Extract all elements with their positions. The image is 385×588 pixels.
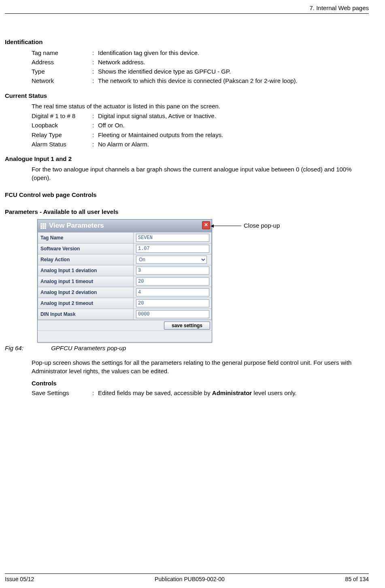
param-input[interactable] <box>136 310 209 318</box>
current-status-intro: The real time status of the actuator is … <box>32 102 369 110</box>
param-value-cell <box>133 309 211 320</box>
figure-caption-text: GPFCU Parameters pop-up <box>51 345 126 351</box>
param-value-cell <box>133 233 211 243</box>
current-status-heading: Current Status <box>5 92 369 100</box>
svg-rect-6 <box>40 227 42 229</box>
grid-icon <box>40 223 47 229</box>
table-row: Tag Name <box>38 233 212 243</box>
figure-popup-area: View Parameters ✕ Tag NameSoftware Versi… <box>37 219 369 343</box>
colon: : <box>92 58 98 66</box>
svg-rect-1 <box>43 223 44 225</box>
def-term: Type <box>32 68 92 76</box>
def-row: Save Settings : Edited fields may be sav… <box>32 389 369 397</box>
def-desc: Off or On. <box>98 121 369 129</box>
param-input[interactable] <box>136 299 209 307</box>
table-row: DIN Input Mask <box>38 309 212 320</box>
def-term: Loopback <box>32 121 92 129</box>
analogue-text: For the two analogue input channels a ba… <box>32 165 369 182</box>
controls-heading: Controls <box>32 379 369 387</box>
table-row: Analog input 1 timeout <box>38 276 212 287</box>
colon: : <box>92 389 98 397</box>
controls-subsection: Controls Save Settings : Edited fields m… <box>32 379 369 398</box>
popup-titlebar: View Parameters ✕ <box>38 220 212 232</box>
def-row: Loopback : Off or On. <box>32 121 369 129</box>
def-desc: Network address. <box>98 58 369 66</box>
def-row: Alarm Status : No Alarm or Alarm. <box>32 140 369 148</box>
svg-rect-2 <box>45 223 46 225</box>
popup-bottom-pad <box>38 330 212 342</box>
post-popup-paragraph: Pop-up screen shows the settings for all… <box>32 359 369 375</box>
param-select[interactable]: On <box>136 256 207 264</box>
param-label: Analog Input 1 deviation <box>38 265 134 276</box>
param-label: Analog Input 2 deviation <box>38 287 134 298</box>
param-input[interactable] <box>136 288 209 296</box>
page-footer: Issue 05/12 Publication PUB059-002-00 85… <box>5 573 369 583</box>
def-term: Tag name <box>32 49 92 57</box>
param-input[interactable] <box>136 234 209 242</box>
desc-prefix: Edited fields may be saved, accessible b… <box>98 389 212 396</box>
param-label: Analog input 2 timeout <box>38 298 134 309</box>
table-row: Analog Input 2 deviation <box>38 287 212 298</box>
popup-footer: save settings <box>38 320 212 330</box>
view-parameters-popup: View Parameters ✕ Tag NameSoftware Versi… <box>37 219 212 343</box>
figure-caption: Fig 64: GPFCU Parameters pop-up <box>5 344 369 352</box>
param-input[interactable] <box>136 245 209 253</box>
header-section-title: 7. Internal Web pages <box>310 4 369 11</box>
def-row: Network : The network to which this devi… <box>32 77 369 85</box>
def-desc: Shows the identified device type as GPFC… <box>98 68 369 76</box>
colon: : <box>92 131 98 139</box>
param-label: Analog input 1 timeout <box>38 276 134 287</box>
param-value-cell <box>133 265 211 276</box>
def-desc: Edited fields may be saved, accessible b… <box>98 389 369 397</box>
footer-center: Publication PUB059-002-00 <box>155 575 225 583</box>
colon: : <box>92 49 98 57</box>
save-settings-button[interactable]: save settings <box>164 321 210 330</box>
footer-right: 85 of 134 <box>345 575 369 583</box>
param-input[interactable] <box>136 267 209 275</box>
param-label: Software Version <box>38 243 134 254</box>
desc-bold: Administrator <box>212 389 252 396</box>
svg-rect-0 <box>40 223 42 225</box>
identification-list: Tag name : Identification tag given for … <box>32 49 369 85</box>
page-header: 7. Internal Web pages <box>5 4 369 14</box>
svg-rect-4 <box>43 225 44 227</box>
parameters-table: Tag NameSoftware VersionRelay ActionOnAn… <box>38 232 212 320</box>
def-row: Address : Network address. <box>32 58 369 66</box>
param-label: DIN Input Mask <box>38 309 134 320</box>
param-label: Relay Action <box>38 254 134 265</box>
param-value-cell: On <box>133 254 211 265</box>
svg-rect-8 <box>45 227 46 229</box>
table-row: Software Version <box>38 243 212 254</box>
def-desc: No Alarm or Alarm. <box>98 140 369 148</box>
analogue-heading: Analogue Input 1 and 2 <box>5 155 369 163</box>
def-row: Type : Shows the identified device type … <box>32 68 369 76</box>
close-icon[interactable]: ✕ <box>202 221 210 229</box>
colon: : <box>92 68 98 76</box>
def-term: Relay Type <box>32 131 92 139</box>
desc-suffix: level users only. <box>252 389 297 396</box>
param-value-cell <box>133 287 211 298</box>
def-desc: Fleeting or Maintained outputs from the … <box>98 131 369 139</box>
param-input[interactable] <box>136 277 209 286</box>
def-row: Tag name : Identification tag given for … <box>32 49 369 57</box>
svg-rect-3 <box>40 225 42 227</box>
param-value-cell <box>133 243 211 254</box>
annotation-text: Close pop-up <box>244 222 280 230</box>
def-term: Save Settings <box>32 389 92 397</box>
def-term: Digital # 1 to # 8 <box>32 112 92 120</box>
colon: : <box>92 77 98 85</box>
table-row: Analog input 2 timeout <box>38 298 212 309</box>
param-label: Tag Name <box>38 233 134 243</box>
def-term: Address <box>32 58 92 66</box>
current-status-list: Digital # 1 to # 8 : Digital input signa… <box>32 112 369 148</box>
def-desc: Digital input signal status, Active or I… <box>98 112 369 120</box>
def-term: Network <box>32 77 92 85</box>
def-row: Digital # 1 to # 8 : Digital input signa… <box>32 112 369 120</box>
figure-number: Fig 64: <box>5 344 49 352</box>
colon: : <box>92 140 98 148</box>
colon: : <box>92 112 98 120</box>
def-term: Alarm Status <box>32 140 92 148</box>
colon: : <box>92 121 98 129</box>
table-row: Relay ActionOn <box>38 254 212 265</box>
close-popup-annotation: Close pop-up <box>213 222 280 230</box>
